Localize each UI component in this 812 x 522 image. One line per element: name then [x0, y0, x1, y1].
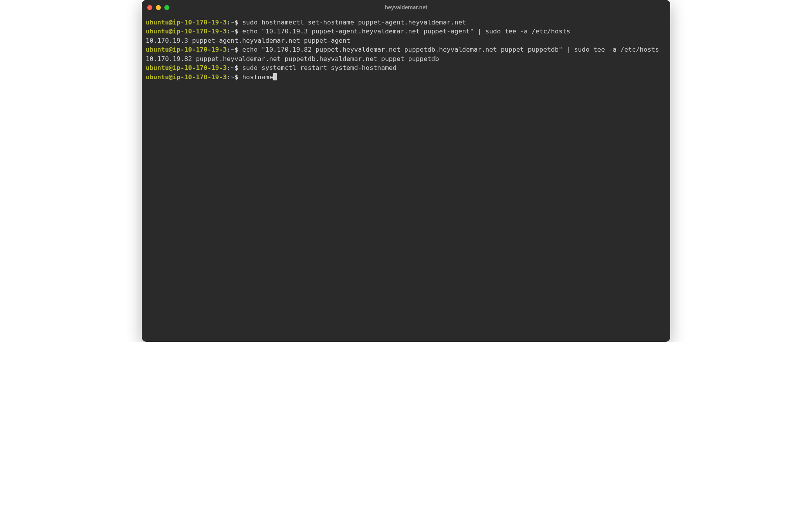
- title-bar: heyvaldemar.net: [142, 0, 670, 15]
- prompt-sep: :: [227, 28, 231, 35]
- prompt-path: ~: [231, 19, 235, 26]
- terminal-line: ubuntu@ip-10-170-19-3:~$ sudo hostnamect…: [146, 18, 666, 27]
- terminal-line: ubuntu@ip-10-170-19-3:~$ echo "10.170.19…: [146, 27, 666, 36]
- prompt-symbol: $: [235, 64, 239, 71]
- prompt-sep: :: [227, 73, 231, 81]
- prompt-symbol: $: [235, 46, 239, 53]
- prompt-user: ubuntu@ip-10-170-19-3: [146, 46, 227, 53]
- prompt-sep: :: [227, 46, 231, 53]
- prompt-user: ubuntu@ip-10-170-19-3: [146, 28, 227, 35]
- prompt-user: ubuntu@ip-10-170-19-3: [146, 73, 227, 81]
- prompt-path: ~: [231, 73, 235, 81]
- maximize-button[interactable]: [164, 5, 169, 10]
- window-title: heyvaldemar.net: [385, 4, 427, 10]
- window-controls: [147, 5, 169, 10]
- terminal-line: ubuntu@ip-10-170-19-3:~$ hostname: [146, 73, 666, 82]
- command-text: sudo hostnamectl set-hostname puppet-age…: [242, 19, 466, 26]
- command-text: sudo systemctl restart systemd-hostnamed: [242, 64, 396, 71]
- prompt-symbol: $: [235, 28, 239, 35]
- prompt-sep: :: [227, 19, 231, 26]
- terminal-window: heyvaldemar.net ubuntu@ip-10-170-19-3:~$…: [142, 0, 670, 342]
- command-text: echo "10.170.19.82 puppet.heyvaldemar.ne…: [242, 46, 659, 53]
- command-text: echo "10.170.19.3 puppet-agent.heyvaldem…: [242, 28, 570, 35]
- prompt-sep: :: [227, 64, 231, 71]
- minimize-button[interactable]: [156, 5, 161, 10]
- terminal-line: ubuntu@ip-10-170-19-3:~$ sudo systemctl …: [146, 63, 666, 72]
- close-button[interactable]: [147, 5, 152, 10]
- prompt-path: ~: [231, 28, 235, 35]
- terminal-line: ubuntu@ip-10-170-19-3:~$ echo "10.170.19…: [146, 45, 666, 54]
- prompt-path: ~: [231, 64, 235, 71]
- prompt-user: ubuntu@ip-10-170-19-3: [146, 19, 227, 26]
- prompt-user: ubuntu@ip-10-170-19-3: [146, 64, 227, 71]
- prompt-path: ~: [231, 46, 235, 53]
- prompt-symbol: $: [235, 73, 239, 81]
- cursor-icon: [273, 73, 277, 80]
- output-line: 10.170.19.3 puppet-agent.heyvaldemar.net…: [146, 36, 666, 45]
- prompt-symbol: $: [235, 19, 239, 26]
- command-text: hostname: [242, 73, 273, 81]
- terminal-body[interactable]: ubuntu@ip-10-170-19-3:~$ sudo hostnamect…: [142, 15, 670, 342]
- output-line: 10.170.19.82 puppet.heyvaldemar.net pupp…: [146, 54, 666, 63]
